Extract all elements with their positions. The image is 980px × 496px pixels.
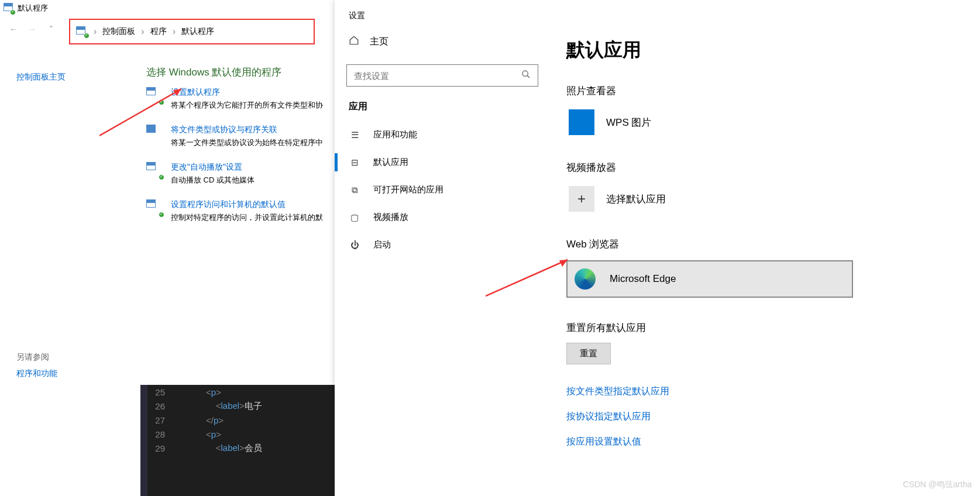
cp-item-desc: 控制对特定程序的访问，并设置此计算机的默 <box>171 212 323 223</box>
cp-item-title[interactable]: 设置默认程序 <box>171 87 323 98</box>
reset-button[interactable]: 重置 <box>566 343 611 364</box>
line-no: 27 <box>147 415 177 425</box>
main-heading: 默认应用 <box>566 37 964 63</box>
search-input-wrap[interactable] <box>346 64 538 87</box>
code-editor[interactable]: 25 <p> 26 <label>电子 27 </p> 28 <p> 29 <l… <box>147 385 335 496</box>
open-icon: ⧉ <box>349 185 360 195</box>
edge-icon <box>572 266 598 292</box>
programs-features-link[interactable]: 程序和功能 <box>16 368 57 378</box>
code-gutter <box>140 385 147 496</box>
web-browser-heading: Web 浏览器 <box>566 237 964 251</box>
chevron-right-icon: › <box>141 26 144 37</box>
video-icon: ▢ <box>349 212 360 223</box>
wps-photo-icon <box>569 109 594 135</box>
code-text: </p> <box>177 415 223 425</box>
breadcrumb-0[interactable]: 控制面板 <box>102 26 135 37</box>
link-by-app[interactable]: 按应用设置默认值 <box>566 436 964 448</box>
web-browser-tile[interactable]: Microsoft Edge <box>566 260 853 298</box>
cp-item-title[interactable]: 设置程序访问和计算机的默认值 <box>171 199 323 210</box>
photo-viewer-heading: 照片查看器 <box>566 84 964 98</box>
nav-section-heading: 应用 <box>349 101 536 113</box>
code-text: <label>电子 <box>177 401 262 412</box>
watermark: CSDN @鸣弦artha <box>903 480 972 490</box>
settings-nav: 主页 应用 ☰应用和功能 ⊟默认应用 ⧉可打开网站的应用 ▢视频播放 ⏻启动 <box>335 27 550 461</box>
cp-see-also: 另请参阅 程序和功能 <box>16 352 57 379</box>
nav-back-icon[interactable]: ← <box>7 25 20 34</box>
chevron-right-icon: › <box>173 26 176 37</box>
search-icon <box>521 70 531 81</box>
home-icon <box>349 35 359 48</box>
nav-label: 可打开网站的应用 <box>373 184 443 195</box>
cp-heading: 选择 Windows 默认使用的程序 <box>146 66 335 79</box>
nav-website-apps[interactable]: ⧉可打开网站的应用 <box>346 176 538 204</box>
cp-item-autoplay: 更改"自动播放"设置 自动播放 CD 或其他媒体 <box>146 162 335 185</box>
cp-item-desc: 自动播放 CD 或其他媒体 <box>171 175 255 185</box>
cp-title: 默认程序 <box>18 3 48 13</box>
line-no: 28 <box>147 429 177 439</box>
line-no: 25 <box>147 387 177 397</box>
svg-point-2 <box>522 71 528 76</box>
code-text: <p> <box>177 387 221 397</box>
set-default-icon <box>146 87 163 104</box>
cp-item-assoc: 将文件类型或协议与程序关联 将某一文件类型或协议设为始终在特定程序中 <box>146 125 335 148</box>
settings-title: 设置 <box>335 0 980 27</box>
link-by-protocol[interactable]: 按协议指定默认应用 <box>566 411 964 423</box>
tile-label: Microsoft Edge <box>610 273 676 285</box>
access-icon <box>146 199 163 216</box>
search-input[interactable] <box>354 71 500 81</box>
cp-app-icon <box>4 3 14 13</box>
more-links: 按文件类型指定默认应用 按协议指定默认应用 按应用设置默认值 <box>566 385 964 448</box>
video-player-heading: 视频播放器 <box>566 161 964 174</box>
tile-label: 选择默认应用 <box>606 192 666 206</box>
cp-home-link[interactable]: 控制面板主页 <box>16 72 66 81</box>
breadcrumb-1[interactable]: 程序 <box>150 26 167 37</box>
list-icon: ☰ <box>349 130 360 140</box>
nav-label: 启动 <box>373 239 391 250</box>
nav-video-playback[interactable]: ▢视频播放 <box>346 204 538 231</box>
default-icon: ⊟ <box>349 157 360 168</box>
nav-apps-features[interactable]: ☰应用和功能 <box>346 121 538 149</box>
settings-window: 设置 主页 应用 ☰应用和功能 ⊟默认应用 ⧉可打开网站的应用 ▢视频播放 ⏻启… <box>335 0 980 496</box>
photo-viewer-tile[interactable]: WPS 图片 <box>566 107 853 137</box>
nav-label: 视频播放 <box>373 212 408 223</box>
address-bar[interactable]: › 控制面板 › 程序 › 默认程序 <box>69 19 315 44</box>
code-text: <p> <box>177 429 221 439</box>
autoplay-icon <box>146 162 163 178</box>
settings-main: 默认应用 照片查看器 WPS 图片 视频播放器 + 选择默认应用 Web 浏览器… <box>550 27 980 461</box>
nav-startup[interactable]: ⏻启动 <box>346 231 538 259</box>
breadcrumb-2[interactable]: 默认程序 <box>181 26 214 37</box>
cp-sidebar: 控制面板主页 <box>0 66 146 237</box>
nav-forward-icon[interactable]: → <box>26 25 39 34</box>
cp-item-access: 设置程序访问和计算机的默认值 控制对特定程序的访问，并设置此计算机的默 <box>146 199 335 223</box>
cp-item-title[interactable]: 将文件类型或协议与程序关联 <box>171 125 323 135</box>
svg-line-3 <box>527 75 529 78</box>
nav-default-apps[interactable]: ⊟默认应用 <box>346 149 538 176</box>
address-icon <box>76 26 88 37</box>
cp-item-set-default: 设置默认程序 将某个程序设为它能打开的所有文件类型和协 <box>146 87 335 111</box>
link-by-filetype[interactable]: 按文件类型指定默认应用 <box>566 385 964 398</box>
cp-main: 选择 Windows 默认使用的程序 设置默认程序 将某个程序设为它能打开的所有… <box>146 66 335 237</box>
see-also-heading: 另请参阅 <box>16 352 57 363</box>
line-no: 29 <box>147 443 177 453</box>
line-no: 26 <box>147 401 177 411</box>
cp-titlebar: 默认程序 <box>0 0 335 16</box>
video-player-tile[interactable]: + 选择默认应用 <box>566 184 853 214</box>
nav-label: 默认应用 <box>373 157 408 168</box>
chevron-right-icon: › <box>94 26 97 37</box>
nav-home[interactable]: 主页 <box>346 27 538 56</box>
assoc-icon <box>146 125 163 141</box>
nav-label: 应用和功能 <box>373 129 417 140</box>
code-text: <label>会员 <box>177 443 262 454</box>
nav-home-label: 主页 <box>370 36 388 48</box>
reset-heading: 重置所有默认应用 <box>566 321 964 335</box>
startup-icon: ⏻ <box>349 240 360 250</box>
cp-item-desc: 将某一文件类型或协议设为始终在特定程序中 <box>171 137 323 148</box>
plus-icon: + <box>569 186 594 212</box>
tile-label: WPS 图片 <box>606 116 651 129</box>
cp-item-title[interactable]: 更改"自动播放"设置 <box>171 162 255 173</box>
nav-dropdown-icon[interactable]: ˅ <box>44 25 57 34</box>
cp-item-desc: 将某个程序设为它能打开的所有文件类型和协 <box>171 100 323 111</box>
